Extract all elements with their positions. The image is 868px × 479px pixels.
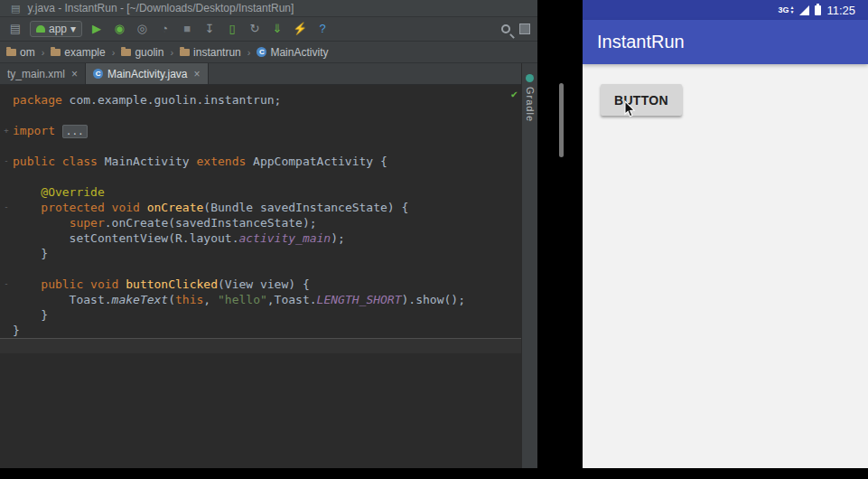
class-icon: C bbox=[93, 69, 103, 79]
code-line[interactable]: - protected void onCreate(Bundle savedIn… bbox=[0, 200, 521, 215]
sync-project-icon[interactable]: ↻ bbox=[247, 23, 263, 35]
code-line[interactable]: super.onCreate(savedInstanceState); bbox=[0, 215, 521, 230]
code-line[interactable]: setContentView(R.layout.activity_main); bbox=[0, 230, 521, 246]
breadcrumb-separator: › bbox=[170, 47, 173, 58]
folder-icon bbox=[6, 49, 16, 56]
code-line[interactable]: } bbox=[0, 246, 521, 261]
fold-marker-icon[interactable]: + bbox=[0, 123, 13, 138]
fold-marker-icon bbox=[0, 108, 13, 123]
fold-marker-icon[interactable]: - bbox=[0, 154, 13, 169]
gradle-tool-button[interactable]: Gradle bbox=[521, 63, 537, 468]
code-line-text: @Override bbox=[13, 184, 105, 200]
breadcrumb-item[interactable]: guolin bbox=[118, 45, 166, 60]
code-line-text bbox=[13, 108, 20, 123]
mouse-cursor-icon bbox=[624, 100, 636, 118]
tab-close-icon[interactable]: × bbox=[71, 68, 78, 80]
code-line[interactable]: } bbox=[0, 323, 521, 338]
code-line[interactable] bbox=[0, 338, 521, 353]
code-line[interactable]: } bbox=[0, 307, 521, 323]
android-toolwindow-icon[interactable]: ▤ bbox=[7, 23, 23, 35]
breadcrumb-label: guolin bbox=[135, 46, 163, 59]
breadcrumb-separator: › bbox=[247, 47, 251, 58]
emulator-status-bar: 3G ▲ ▼ 11:25 bbox=[583, 0, 868, 20]
window-menu-icon[interactable]: ▤ bbox=[11, 0, 20, 17]
code-token: package bbox=[13, 93, 62, 107]
signal-icon bbox=[799, 5, 809, 15]
module-selector-label: app bbox=[49, 23, 67, 35]
tab-close-icon[interactable]: × bbox=[194, 68, 201, 80]
code-token: this bbox=[175, 293, 203, 306]
window-divider-handle[interactable] bbox=[559, 83, 564, 157]
avd-manager-icon[interactable]: ▯ bbox=[224, 23, 240, 35]
code-line[interactable] bbox=[0, 261, 521, 277]
code-line-text: } bbox=[13, 307, 48, 323]
arrow-down-icon: ▼ bbox=[789, 10, 794, 14]
toolbar-right bbox=[501, 23, 530, 34]
breadcrumb-separator: › bbox=[112, 47, 116, 58]
code-line[interactable]: -public class MainActivity extends AppCo… bbox=[0, 154, 521, 169]
breadcrumb: om›example›guolin›instantrun›CMainActivi… bbox=[0, 42, 537, 63]
fold-marker-icon bbox=[0, 138, 13, 154]
breadcrumb-label: om bbox=[20, 46, 35, 59]
code-line-text bbox=[13, 339, 20, 353]
code-editor[interactable]: package com.example.guolin.instantrun; +… bbox=[0, 85, 521, 468]
breadcrumb-item[interactable]: om bbox=[4, 45, 38, 60]
panel-icon[interactable] bbox=[519, 23, 530, 34]
code-token: buttonClicked bbox=[126, 277, 218, 291]
fold-marker-icon bbox=[0, 339, 13, 353]
instant-run-icon[interactable]: ⚡ bbox=[292, 23, 308, 35]
fold-marker-icon bbox=[0, 215, 13, 230]
code-token: (View view) { bbox=[218, 277, 310, 291]
code-token: } bbox=[13, 308, 48, 322]
breadcrumb-label: example bbox=[64, 46, 105, 59]
breadcrumb-label: instantrun bbox=[193, 46, 241, 59]
code-line[interactable] bbox=[0, 138, 521, 154]
code-line[interactable] bbox=[0, 108, 521, 123]
code-line-text: package com.example.guolin.instantrun; bbox=[13, 92, 281, 108]
code-token: import bbox=[13, 124, 55, 137]
code-token: AppCompatActivity { bbox=[246, 155, 387, 168]
network-type-label: 3G bbox=[778, 5, 789, 14]
stop-icon[interactable]: ■ bbox=[179, 23, 195, 35]
breadcrumb-item[interactable]: example bbox=[48, 45, 107, 60]
code-token: (Bundle savedInstanceState) { bbox=[203, 201, 408, 214]
code-token: Toast. bbox=[13, 293, 112, 306]
code-line-text: setContentView(R.layout.activity_main); bbox=[13, 230, 345, 246]
fold-marker-icon[interactable]: - bbox=[0, 277, 13, 292]
code-line[interactable]: Toast.makeText(this, "hello",Toast.LENGT… bbox=[0, 292, 521, 307]
code-area: package com.example.guolin.instantrun; +… bbox=[0, 92, 521, 353]
fold-marker-icon bbox=[0, 261, 13, 277]
fold-marker-icon bbox=[0, 184, 13, 200]
code-line[interactable]: +import ... bbox=[0, 123, 521, 138]
run-icon[interactable]: ▶ bbox=[89, 23, 105, 35]
inspection-check-icon[interactable]: ✔ bbox=[511, 87, 518, 102]
code-line-text: import ... bbox=[13, 123, 88, 138]
editor-tab[interactable]: CMainActivity.java× bbox=[86, 63, 209, 84]
folder-icon bbox=[51, 49, 61, 56]
help-icon[interactable]: ? bbox=[314, 23, 331, 35]
breadcrumb-item[interactable]: instantrun bbox=[177, 45, 244, 60]
emulator-button[interactable]: BUTTON bbox=[601, 84, 682, 116]
code-line-text: public void buttonClicked(View view) { bbox=[13, 277, 310, 292]
code-line[interactable]: package com.example.guolin.instantrun; bbox=[0, 92, 521, 108]
attach-debugger-icon[interactable]: ↧ bbox=[201, 23, 218, 35]
code-line[interactable] bbox=[0, 169, 521, 184]
breadcrumb-item[interactable]: CMainActivity bbox=[254, 45, 331, 60]
fold-marker-icon[interactable]: - bbox=[0, 200, 13, 215]
code-token: activity_main bbox=[238, 231, 331, 245]
code-token: extends bbox=[197, 155, 247, 168]
code-token: @Override bbox=[13, 185, 105, 199]
window-title: y.java - InstantRun - [~/Downloads/Deskt… bbox=[27, 0, 294, 17]
status-time: 11:25 bbox=[826, 4, 855, 17]
code-line[interactable]: - public void buttonClicked(View view) { bbox=[0, 277, 521, 292]
profiler-icon[interactable]: ◔ bbox=[156, 23, 173, 35]
code-line[interactable]: @Override bbox=[0, 184, 521, 200]
run-coverage-icon[interactable]: ◎ bbox=[134, 23, 150, 35]
tab-label: MainActivity.java bbox=[107, 68, 187, 80]
debug-icon[interactable]: ◉ bbox=[111, 23, 127, 35]
sdk-manager-icon[interactable]: ⇓ bbox=[269, 23, 285, 35]
code-line-text bbox=[13, 261, 20, 277]
editor-tab[interactable]: ty_main.xml× bbox=[0, 63, 86, 84]
search-icon[interactable] bbox=[501, 24, 510, 33]
module-selector[interactable]: app ▾ bbox=[30, 21, 82, 37]
